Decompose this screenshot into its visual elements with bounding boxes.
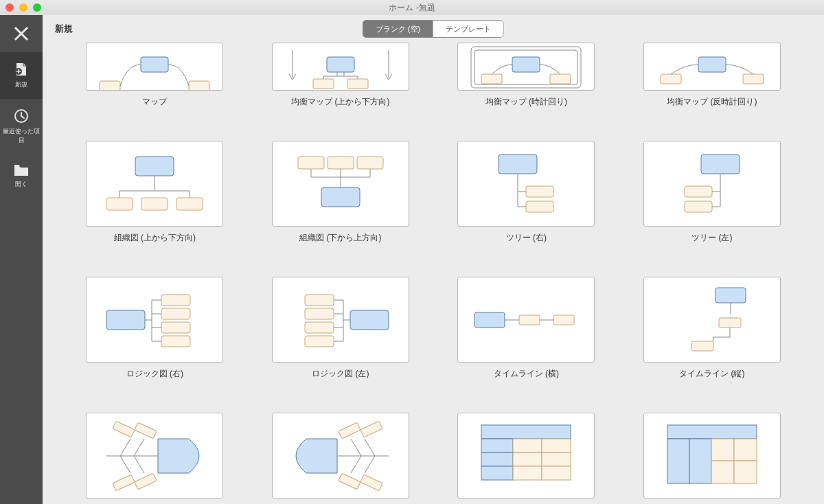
template-card[interactable]: 均衡マップ (反時計回り) xyxy=(641,43,783,108)
svg-rect-33 xyxy=(161,322,190,333)
template-label: マップ xyxy=(142,96,167,108)
svg-rect-36 xyxy=(305,295,334,306)
svg-rect-20 xyxy=(298,157,324,169)
toggle-blank[interactable]: ブランク (空) xyxy=(363,20,433,38)
folder-icon xyxy=(14,164,29,176)
svg-rect-30 xyxy=(106,310,145,330)
svg-rect-11 xyxy=(481,74,502,84)
svg-rect-7 xyxy=(347,79,368,89)
template-card[interactable]: マトリックス (行) xyxy=(455,413,597,504)
template-label: タイムライン (横) xyxy=(494,368,559,380)
content-header: 新規 ブランク (空) テンプレート xyxy=(43,15,824,43)
svg-rect-46 xyxy=(113,421,135,437)
svg-rect-16 xyxy=(135,157,174,176)
template-label: 均衡マップ (上から下方向) xyxy=(291,96,389,108)
template-card[interactable]: タイムライン (縦) xyxy=(641,277,783,380)
svg-rect-52 xyxy=(360,474,382,491)
svg-rect-6 xyxy=(313,79,334,89)
svg-rect-17 xyxy=(106,198,133,210)
svg-rect-63 xyxy=(542,466,571,480)
new-doc-icon xyxy=(14,62,29,77)
minimize-window-icon[interactable] xyxy=(19,3,27,12)
svg-rect-66 xyxy=(689,439,711,483)
close-icon xyxy=(14,26,29,41)
svg-rect-31 xyxy=(161,295,190,306)
page-title: 新規 xyxy=(55,23,73,35)
template-card[interactable]: 均衡マップ (上から下方向) xyxy=(270,43,412,108)
svg-rect-4 xyxy=(189,81,209,91)
svg-rect-39 xyxy=(305,336,334,347)
svg-rect-35 xyxy=(350,310,389,330)
close-window-icon[interactable] xyxy=(5,3,14,12)
svg-rect-18 xyxy=(141,198,168,210)
template-grid: マップ 均衡マップ (上から下方向) xyxy=(43,43,824,504)
main-panel: 新規 ブランク (空) テンプレート マップ xyxy=(43,15,824,504)
template-card[interactable]: ツリー (左) xyxy=(641,141,783,244)
maximize-window-icon[interactable] xyxy=(33,3,41,12)
svg-rect-24 xyxy=(499,154,537,174)
sidebar-item-label: 開く xyxy=(15,180,27,189)
template-card[interactable]: 魚骨図 (左向き) xyxy=(270,413,412,504)
svg-rect-55 xyxy=(481,439,513,453)
svg-rect-38 xyxy=(305,322,334,333)
svg-rect-60 xyxy=(542,453,571,466)
svg-rect-43 xyxy=(716,288,746,303)
window-controls xyxy=(5,3,41,12)
template-card[interactable]: 均衡マップ (時計回り) xyxy=(455,43,597,108)
template-card[interactable]: タイムライン (横) xyxy=(455,277,597,380)
svg-rect-26 xyxy=(526,201,553,212)
template-card[interactable]: 組織図 (下から上方向) xyxy=(270,141,412,244)
sidebar-item-label: 新規 xyxy=(15,80,27,89)
sidebar-item-open[interactable]: 開く xyxy=(0,154,43,198)
svg-rect-62 xyxy=(513,466,542,480)
svg-rect-3 xyxy=(100,81,120,91)
toggle-template[interactable]: テンプレート xyxy=(433,20,504,38)
svg-rect-45 xyxy=(691,341,713,351)
svg-rect-53 xyxy=(339,473,360,490)
svg-rect-65 xyxy=(667,439,689,483)
svg-rect-70 xyxy=(734,461,757,483)
template-label: 均衡マップ (時計回り) xyxy=(485,96,567,108)
template-card[interactable]: ロジック図 (右) xyxy=(84,277,226,380)
template-grid-scroll[interactable]: マップ 均衡マップ (上から下方向) xyxy=(43,43,824,504)
svg-rect-13 xyxy=(698,57,726,72)
svg-rect-14 xyxy=(661,74,681,84)
template-label: 組織図 (上から下方向) xyxy=(114,232,196,244)
svg-rect-5 xyxy=(327,57,354,72)
svg-rect-59 xyxy=(513,453,542,466)
svg-rect-56 xyxy=(513,439,542,453)
svg-rect-25 xyxy=(526,186,553,197)
svg-rect-29 xyxy=(685,201,712,212)
sidebar-item-new[interactable]: 新規 xyxy=(0,52,43,99)
sidebar-close[interactable] xyxy=(0,15,43,52)
template-label: 組織図 (下から上方向) xyxy=(299,232,381,244)
template-card[interactable]: 魚骨図 (右向き) xyxy=(84,413,226,504)
window-title: ホーム -無題 xyxy=(5,2,819,14)
sidebar-item-recent[interactable]: 最近使った項目 xyxy=(0,99,43,154)
template-card[interactable]: マトリックス (列) xyxy=(641,413,783,504)
template-label: ロジック図 (右) xyxy=(126,368,183,380)
svg-rect-51 xyxy=(339,422,360,439)
svg-rect-44 xyxy=(719,318,741,328)
template-card[interactable]: マップ xyxy=(84,43,226,108)
svg-rect-19 xyxy=(176,198,203,210)
svg-rect-40 xyxy=(474,312,505,328)
svg-rect-12 xyxy=(550,74,571,84)
template-label: ロジック図 (左) xyxy=(312,368,369,380)
titlebar: ホーム -無題 xyxy=(0,0,824,15)
svg-rect-42 xyxy=(553,315,574,325)
template-label: ツリー (右) xyxy=(506,232,547,244)
svg-rect-34 xyxy=(161,336,190,347)
template-card[interactable]: ツリー (右) xyxy=(455,141,597,244)
template-card[interactable]: 組織図 (上から下方向) xyxy=(84,141,226,244)
svg-rect-22 xyxy=(357,157,383,169)
template-label: ツリー (左) xyxy=(691,232,732,244)
svg-rect-37 xyxy=(305,308,334,319)
svg-rect-23 xyxy=(321,187,360,207)
sidebar-item-label: 最近使った項目 xyxy=(0,127,43,145)
template-label: タイムライン (縦) xyxy=(679,368,744,380)
svg-rect-10 xyxy=(512,57,540,72)
svg-rect-27 xyxy=(701,154,740,174)
template-card[interactable]: ロジック図 (左) xyxy=(270,277,412,380)
svg-rect-2 xyxy=(141,57,168,72)
